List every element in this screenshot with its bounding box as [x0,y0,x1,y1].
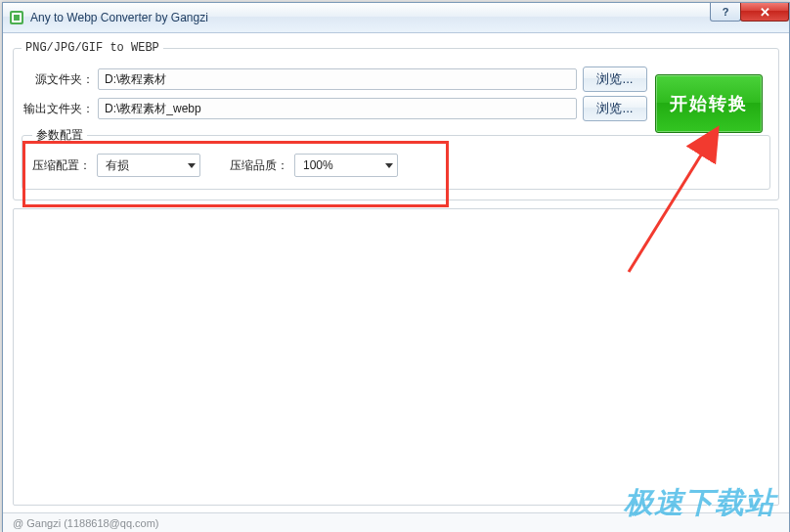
app-window: Any to Webp Converter by Gangzi ? ✕ PNG/… [2,2,790,532]
close-button[interactable]: ✕ [740,3,789,22]
compress-quality-label: 压缩品质： [230,157,288,174]
status-text: @ Gangzi (1188618@qq.com) [13,517,159,529]
compress-quality-value: 100% [303,158,333,172]
status-bar: @ Gangzi (1188618@qq.com) [3,512,789,532]
browse-output-button[interactable]: 浏览... [583,96,647,121]
window-controls: ? ✕ [711,3,789,32]
browse-source-button[interactable]: 浏览... [583,66,647,92]
compress-quality-select[interactable]: 100% [294,154,398,177]
app-icon [9,10,24,25]
source-folder-label: 源文件夹： [22,71,94,88]
conversion-group: PNG/JPG/GIF to WEBP 源文件夹： 浏览... 输出文件夹： 浏… [13,41,779,200]
title-bar: Any to Webp Converter by Gangzi ? ✕ [3,3,789,33]
chevron-down-icon [381,155,397,176]
compress-mode-value: 有损 [106,157,129,174]
source-folder-input[interactable] [98,68,577,90]
group-title: PNG/JPG/GIF to WEBP [22,41,163,55]
compress-mode-label: 压缩配置： [32,157,91,174]
compress-mode-select[interactable]: 有损 [97,154,200,177]
output-folder-input[interactable] [98,98,577,119]
window-title: Any to Webp Converter by Gangzi [30,11,711,24]
help-button[interactable]: ? [710,3,741,22]
log-output-area [13,208,779,506]
client-area: PNG/JPG/GIF to WEBP 源文件夹： 浏览... 输出文件夹： 浏… [3,33,789,512]
start-convert-button[interactable]: 开始转换 [655,74,763,133]
params-group: 参数配置 压缩配置： 有损 压缩品质： 100% [22,127,770,190]
chevron-down-icon [184,155,199,176]
params-legend: 参数配置 [32,127,87,144]
svg-rect-2 [14,15,20,21]
output-folder-label: 输出文件夹： [22,101,94,117]
